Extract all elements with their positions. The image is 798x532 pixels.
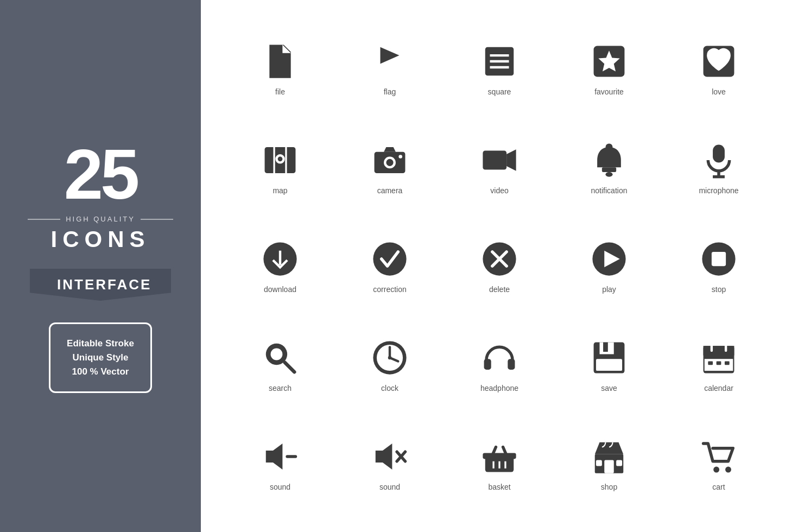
headphone-icon [479,338,520,378]
divider: HIGH QUALITY [16,215,185,223]
play-icon [589,239,630,280]
search-label: search [269,384,292,392]
save-icon [589,338,630,378]
quality-label: HIGH QUALITY [66,215,135,223]
video-label: video [490,186,508,195]
sound-mute-label: sound [379,483,400,491]
icon-item-play: play [557,239,661,294]
icon-item-search: search [228,338,332,392]
svg-point-14 [386,159,393,166]
square-label: square [488,87,511,96]
svg-point-41 [388,356,392,360]
microphone-icon [699,140,739,181]
icon-item-favourite: favourite [557,41,661,96]
camera-label: camera [377,186,403,195]
stop-icon [699,239,739,280]
favourite-label: favourite [594,87,624,96]
svg-point-15 [398,155,402,159]
basket-label: basket [488,483,510,491]
square-icon [479,41,520,82]
sound-mute-icon [370,436,410,477]
notification-label: notification [591,186,628,195]
icon-item-camera: camera [338,140,442,195]
category-ribbon: INTERFACE [30,269,171,301]
clock-icon [370,338,410,378]
svg-rect-67 [604,460,614,473]
svg-point-20 [605,172,612,177]
flag-label: flag [384,87,396,96]
shop-icon [589,436,630,477]
svg-rect-49 [704,346,734,356]
play-label: play [602,285,616,294]
svg-line-36 [285,363,295,372]
icon-item-calendar: calendar [667,338,771,392]
svg-marker-17 [506,149,516,170]
icon-item-microphone: microphone [667,140,771,195]
video-icon [479,140,520,181]
left-panel: 25 HIGH QUALITY ICONS INTERFACE Editable… [0,0,201,532]
icon-item-delete: delete [447,239,552,294]
icon-item-headphone: headphone [447,338,552,392]
save-label: save [601,384,617,392]
microphone-label: microphone [699,186,738,195]
download-icon [260,239,301,280]
love-icon [699,41,739,82]
correction-label: correction [373,285,406,294]
icon-item-sound-mute: sound [338,436,442,491]
basket-icon [479,436,520,477]
svg-rect-19 [602,167,616,172]
svg-rect-52 [717,362,721,365]
clock-label: clock [381,384,398,392]
icon-item-clock: clock [338,338,442,392]
svg-rect-62 [483,453,516,459]
svg-rect-42 [484,359,491,370]
stop-label: stop [712,285,726,294]
svg-point-35 [271,349,283,360]
sound-minus-icon [260,436,301,477]
icon-item-video: video [447,140,552,195]
icon-count: 25 [64,139,137,210]
feature-3: 100 % Vector [67,366,134,377]
svg-rect-46 [603,343,608,352]
sound-minus-label: sound [270,483,290,491]
cart-icon [699,436,739,477]
svg-marker-56 [266,444,283,470]
icon-item-square: square [447,41,552,96]
icon-item-notification: notification [557,140,661,195]
svg-rect-69 [616,460,622,466]
svg-rect-53 [725,362,730,365]
file-label: file [275,87,285,96]
icon-grid: file flag square favourite love [201,0,798,532]
svg-marker-58 [376,444,392,470]
notification-icon [589,140,630,181]
svg-point-26 [373,242,406,275]
calendar-label: calendar [704,384,733,392]
icon-item-basket: basket [447,436,552,491]
icon-item-shop: shop [557,436,661,491]
map-icon [260,140,301,181]
delete-icon [479,239,520,280]
camera-icon [370,140,410,181]
flag-icon [370,41,410,82]
search-icon [260,338,301,378]
file-icon [260,41,301,82]
svg-rect-68 [596,460,602,466]
icon-item-file: file [228,41,332,96]
icon-item-correction: correction [338,239,442,294]
icon-item-stop: stop [667,239,771,294]
svg-rect-51 [708,362,713,365]
icon-item-sound-minus: sound [228,436,332,491]
icon-item-map: map [228,140,332,195]
icon-item-love: love [667,41,771,96]
icons-label: ICONS [50,226,150,252]
svg-rect-21 [713,145,725,163]
icon-item-save: save [557,338,661,392]
feature-2: Unique Style [67,352,134,363]
favourite-icon [589,41,630,82]
cart-label: cart [712,483,725,491]
features-box: Editable Stroke Unique Style 100 % Vecto… [49,322,152,393]
map-label: map [273,186,287,195]
delete-label: delete [489,285,510,294]
download-label: download [264,285,296,294]
svg-rect-43 [508,359,515,370]
